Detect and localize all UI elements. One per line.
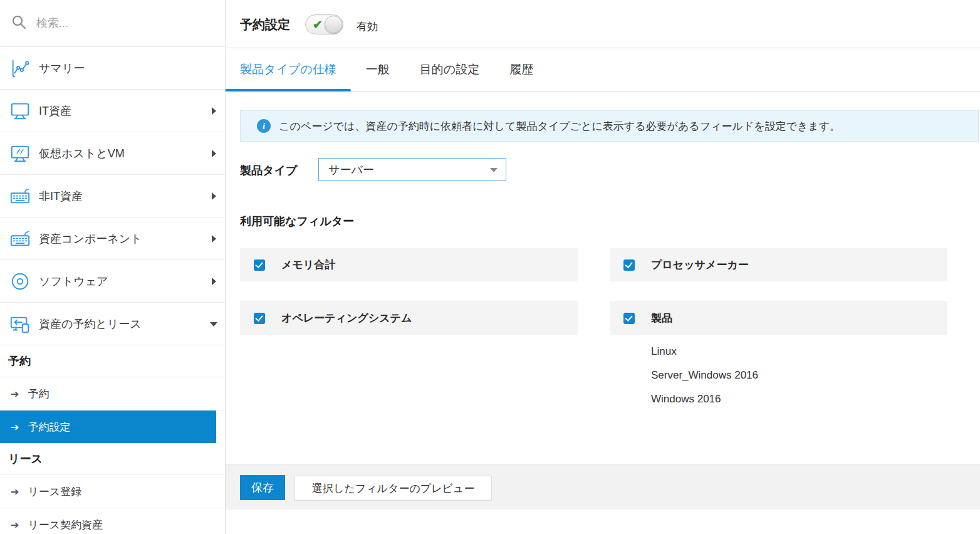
search-input[interactable]: [36, 17, 193, 30]
info-banner-text: このページでは、資産の予約時に依頼者に対して製品タイプごとに表示する必要があるフ…: [279, 119, 840, 134]
main-content: 予約設定 ✔ 有効 製品タイプの仕様 一般 目的の設定 履歴 i このページでは…: [226, 0, 980, 534]
filter-label: メモリ合計: [281, 258, 335, 272]
sidebar-item-it-assets[interactable]: IT資産: [0, 90, 225, 132]
sidebar-subitem-lease-registration[interactable]: ➔ リース登録: [0, 475, 225, 508]
sidebar-item-summary[interactable]: サマリー: [0, 47, 225, 90]
sidebar-subitem-label: 予約設定: [28, 420, 70, 434]
dropdown-caret-icon: [490, 168, 498, 172]
tab-history[interactable]: 履歴: [494, 48, 548, 91]
filter-row-product: 製品: [610, 301, 947, 335]
sidebar-subitem-reservation[interactable]: ➔ 予約: [0, 377, 225, 411]
arrow-right-icon: ➔: [11, 421, 19, 433]
tab-product-type-spec[interactable]: 製品タイプの仕様: [226, 48, 351, 91]
page-title: 予約設定: [240, 16, 290, 33]
disc-icon: [9, 270, 31, 293]
checkbox-product[interactable]: [623, 313, 635, 324]
checkbox-operating-system[interactable]: [254, 313, 265, 324]
vm-monitor-icon: [9, 142, 31, 165]
toggle-state-label: 有効: [357, 19, 378, 34]
enabled-toggle[interactable]: ✔: [305, 14, 343, 34]
keyboard-icon: [9, 185, 31, 207]
info-icon: i: [257, 119, 271, 133]
preview-selected-filters-button[interactable]: 選択したフィルターのプレビュー: [295, 476, 492, 501]
sidebar-section-label: リース: [8, 451, 43, 466]
sidebar-section-reservation: 予約: [0, 345, 225, 377]
product-value: Linux: [651, 344, 758, 368]
save-button[interactable]: 保存: [240, 475, 285, 500]
info-banner: i このページでは、資産の予約時に依頼者に対して製品タイプごとに表示する必要があ…: [240, 110, 979, 142]
sidebar-item-software[interactable]: ソフトウェア: [0, 260, 225, 303]
sidebar-section-label: 予約: [8, 353, 31, 369]
toggle-knob: [325, 16, 342, 33]
sidebar-item-non-it-assets[interactable]: 非IT資産: [0, 175, 225, 217]
chevron-right-icon: [212, 235, 216, 243]
search-icon: [11, 14, 26, 32]
sidebar-item-label: 仮想ホストとVM: [39, 146, 125, 161]
sidebar-subitem-label: 予約: [28, 387, 49, 401]
sidebar-subitem-reservation-settings[interactable]: ➔ 予約設定: [0, 411, 216, 443]
reservation-icon: [9, 313, 31, 335]
sidebar-item-asset-components[interactable]: 資産コンポーネント: [0, 217, 225, 260]
tab-general[interactable]: 一般: [351, 48, 405, 91]
sidebar-item-label: 資産の予約とリース: [39, 317, 142, 332]
arrow-right-icon: ➔: [11, 388, 19, 400]
filter-label: 製品: [651, 311, 672, 325]
sidebar-search: [0, 0, 225, 47]
sidebar: サマリー IT資産 仮想ホストとVM: [0, 0, 226, 534]
sidebar-subitem-label: リース契約資産: [28, 518, 103, 532]
product-value: Windows 2016: [651, 392, 758, 416]
arrow-right-icon: ➔: [11, 519, 19, 531]
product-type-label: 製品タイプ: [240, 163, 297, 178]
checkbox-processor-maker[interactable]: [623, 259, 635, 271]
chevron-right-icon: [212, 278, 216, 285]
sidebar-subitem-label: リース登録: [28, 484, 81, 499]
chevron-right-icon: [212, 192, 216, 200]
chevron-right-icon: [212, 107, 216, 115]
keyboard-icon: [9, 228, 31, 250]
filter-row-operating-system: オペレーティングシステム: [240, 301, 578, 335]
sidebar-item-label: ソフトウェア: [39, 274, 108, 289]
sidebar-item-label: IT資産: [39, 103, 71, 118]
tab-purpose-settings[interactable]: 目的の設定: [405, 48, 494, 91]
chevron-right-icon: [212, 150, 216, 157]
toggle-check-icon: ✔: [313, 18, 323, 32]
checkbox-total-memory[interactable]: [254, 259, 265, 271]
sidebar-item-virtual-hosts-vm[interactable]: 仮想ホストとVM: [0, 132, 225, 175]
filter-row-total-memory: メモリ合計: [240, 248, 578, 281]
sidebar-item-label: サマリー: [39, 61, 85, 76]
available-filters-heading: 利用可能なフィルター: [240, 214, 354, 229]
sidebar-subitem-lease-contract-assets[interactable]: ➔ リース契約資産: [0, 508, 225, 534]
chevron-down-icon: [210, 322, 217, 327]
chart-icon: [9, 57, 31, 80]
page-header: 予約設定 ✔ 有効: [226, 0, 980, 48]
sidebar-item-label: 資産コンポーネント: [39, 231, 142, 246]
footer-action-bar: 保存 選択したフィルターのプレビュー: [226, 464, 980, 510]
product-type-select[interactable]: サーバー: [318, 158, 506, 181]
app-window: サマリー IT資産 仮想ホストとVM: [0, 0, 980, 534]
filter-row-processor-maker: プロセッサメーカー: [610, 248, 947, 281]
filter-label: オペレーティングシステム: [281, 311, 412, 325]
product-value: Server_Windows 2016: [651, 368, 758, 392]
sidebar-item-label: 非IT資産: [39, 189, 83, 204]
sidebar-item-asset-reservation-lease[interactable]: 資産の予約とリース: [0, 303, 225, 345]
monitor-icon: [9, 100, 31, 122]
filter-label: プロセッサメーカー: [651, 258, 749, 272]
product-value-list: Linux Server_Windows 2016 Windows 2016: [651, 344, 758, 416]
sidebar-section-lease: リース: [0, 443, 225, 475]
arrow-right-icon: ➔: [11, 486, 19, 498]
tab-bar: 製品タイプの仕様 一般 目的の設定 履歴: [226, 48, 980, 92]
product-type-selected-value: サーバー: [328, 162, 374, 177]
